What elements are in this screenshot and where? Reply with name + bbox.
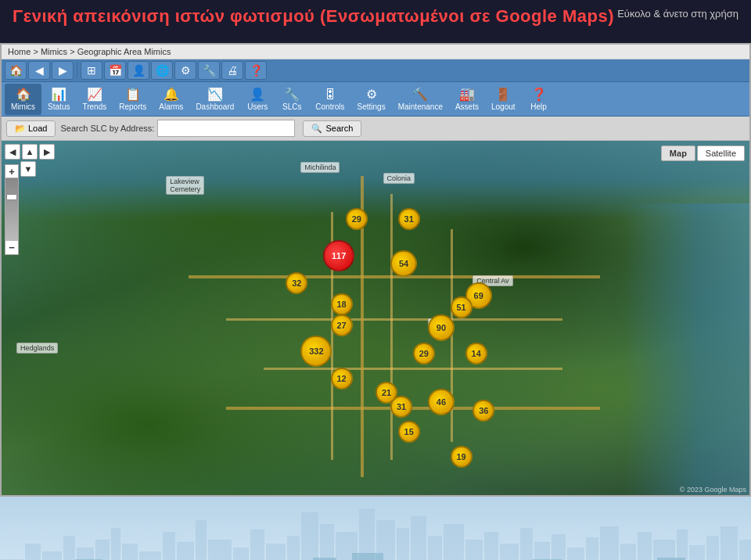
menu-icon-mimics: 🏠 xyxy=(16,87,31,102)
road-h2 xyxy=(226,318,562,321)
svg-rect-7 xyxy=(111,528,120,560)
map-zoom-controls: + − xyxy=(5,164,19,255)
load-icon: 📂 xyxy=(15,124,26,134)
load-button[interactable]: 📂 Load xyxy=(6,120,56,137)
cluster-marker[interactable]: 90 xyxy=(428,314,455,341)
svg-rect-6 xyxy=(95,540,110,560)
svg-rect-42 xyxy=(720,526,738,560)
svg-rect-31 xyxy=(534,542,550,560)
nav-calendar-btn[interactable]: 📅 xyxy=(104,61,126,80)
cluster-marker[interactable]: 32 xyxy=(286,272,307,294)
svg-rect-33 xyxy=(567,547,584,560)
map-controls-top: ◀ ▲ ▶ xyxy=(5,144,55,160)
menu-icon-alarms: 🔔 xyxy=(163,87,179,102)
nav-wrench-btn[interactable]: 🔧 xyxy=(198,61,220,80)
cluster-marker[interactable]: 29 xyxy=(413,343,435,364)
cluster-marker[interactable]: 29 xyxy=(346,208,368,230)
nav-globe-btn[interactable]: 🌐 xyxy=(151,61,173,80)
label-lakeview: LakeviewCemetery xyxy=(166,176,204,195)
svg-rect-27 xyxy=(465,540,483,560)
menu-item-trends[interactable]: 📈Trends xyxy=(76,84,113,115)
menu-item-status[interactable]: 📊Status xyxy=(41,84,76,115)
label-hedglands: Hedglands xyxy=(16,343,58,354)
map-up-btn[interactable]: ▲ xyxy=(22,144,38,160)
svg-rect-38 xyxy=(653,540,675,560)
svg-rect-3 xyxy=(42,551,62,560)
menu-item-slcs[interactable]: 🔧SLCs xyxy=(275,84,309,115)
map-left-btn[interactable]: ◀ xyxy=(5,144,20,160)
nav-help-btn[interactable]: ❓ xyxy=(245,61,267,80)
menu-item-users[interactable]: 👤Users xyxy=(240,84,275,115)
cluster-marker[interactable]: 12 xyxy=(331,368,353,389)
label-colonia: Colonia xyxy=(383,173,415,184)
map-copyright: © 2023 Google Maps xyxy=(680,486,746,494)
svg-rect-28 xyxy=(484,532,498,560)
map-area[interactable]: ◀ ▲ ▶ ▼ + − Map Satellite LakeviewCemete… xyxy=(2,141,749,495)
nav-settings-btn[interactable]: ⚙ xyxy=(174,61,196,80)
cluster-marker[interactable]: 19 xyxy=(451,446,473,468)
nav-grid-btn[interactable]: ⊞ xyxy=(81,61,102,80)
svg-rect-21 xyxy=(359,508,375,560)
menu-icon-trends: 📈 xyxy=(87,87,102,102)
cityscape-svg xyxy=(0,497,751,560)
menu-icon-settings: ⚙ xyxy=(366,87,377,102)
sub-title: Εύκολο & άνετο στη χρήση xyxy=(617,8,738,20)
menu-item-help[interactable]: ❓Help xyxy=(522,84,556,115)
menu-item-mimics[interactable]: 🏠Mimics xyxy=(5,84,41,115)
zoom-minus-btn[interactable]: − xyxy=(5,241,19,255)
search-btn-label: Search xyxy=(325,124,353,133)
cluster-marker[interactable]: 15 xyxy=(398,421,420,443)
menu-bar: 🏠Mimics📊Status📈Trends📋Reports🔔Alarms📉Das… xyxy=(2,82,749,117)
menu-item-reports[interactable]: 📋Reports xyxy=(113,84,153,115)
cluster-marker[interactable]: 31 xyxy=(398,208,420,230)
menu-item-settings[interactable]: ⚙Settings xyxy=(351,84,392,115)
menu-item-alarms[interactable]: 🔔Alarms xyxy=(153,84,189,115)
menu-item-dashboard[interactable]: 📉Dashboard xyxy=(189,84,240,115)
cluster-marker[interactable]: 36 xyxy=(473,400,494,422)
menu-icon-dashboard: 📉 xyxy=(207,87,223,102)
zoom-slider[interactable] xyxy=(5,178,19,241)
menu-item-maintenance[interactable]: 🔨Maintenance xyxy=(392,84,449,115)
main-title: Γενική απεικόνιση ιστών φωτισμού (Ενσωμα… xyxy=(13,6,614,27)
road-v2 xyxy=(390,194,393,460)
nav-home-btn[interactable]: 🏠 xyxy=(5,61,27,80)
menu-item-logout[interactable]: 🚪Logout xyxy=(485,84,522,115)
svg-rect-29 xyxy=(500,544,519,560)
nav-print-btn[interactable]: 🖨 xyxy=(221,61,243,80)
svg-rect-39 xyxy=(677,529,688,560)
cluster-marker[interactable]: 117 xyxy=(323,240,354,271)
menu-item-controls[interactable]: 🎛Controls xyxy=(309,84,350,115)
zoom-plus-btn[interactable]: + xyxy=(5,164,19,178)
breadcrumb: Home > Mimics > Geographic Area Mimics xyxy=(2,45,749,59)
search-input[interactable] xyxy=(157,120,295,137)
zoom-slider-handle[interactable] xyxy=(6,194,17,200)
cluster-marker[interactable]: 46 xyxy=(428,389,455,415)
map-water-right xyxy=(624,203,749,495)
svg-rect-34 xyxy=(586,537,598,560)
load-label: Load xyxy=(28,124,47,133)
menu-label-logout: Logout xyxy=(491,102,516,111)
svg-rect-9 xyxy=(139,551,161,560)
menu-label-settings: Settings xyxy=(358,102,386,111)
svg-rect-23 xyxy=(397,528,409,560)
nav-forward-btn[interactable]: ▶ xyxy=(52,61,74,80)
search-label: Search SLC by Address: xyxy=(60,124,154,133)
map-right-btn[interactable]: ▶ xyxy=(39,144,55,160)
cluster-marker[interactable]: 14 xyxy=(465,343,487,364)
nav-back-btn[interactable]: ◀ xyxy=(28,61,50,80)
search-input-wrap: Search SLC by Address: xyxy=(60,120,295,137)
nav-user-btn[interactable]: 👤 xyxy=(128,61,149,80)
cluster-marker[interactable]: 27 xyxy=(331,314,353,336)
cluster-marker[interactable]: 18 xyxy=(331,293,353,315)
map-down-btn[interactable]: ▼ xyxy=(20,161,36,177)
cluster-marker[interactable]: 51 xyxy=(451,296,473,318)
map-type-satellite-btn[interactable]: Satellite xyxy=(697,145,745,161)
label-michilinda: Michilinda xyxy=(300,162,340,173)
menu-label-status: Status xyxy=(48,102,70,111)
svg-rect-40 xyxy=(689,545,705,560)
search-button[interactable]: 🔍 Search xyxy=(303,120,361,137)
menu-label-help: Help xyxy=(530,102,547,111)
map-type-map-btn[interactable]: Map xyxy=(661,145,695,161)
menu-item-assets[interactable]: 🏭Assets xyxy=(449,84,485,115)
menu-icon-slcs: 🔧 xyxy=(284,87,300,102)
